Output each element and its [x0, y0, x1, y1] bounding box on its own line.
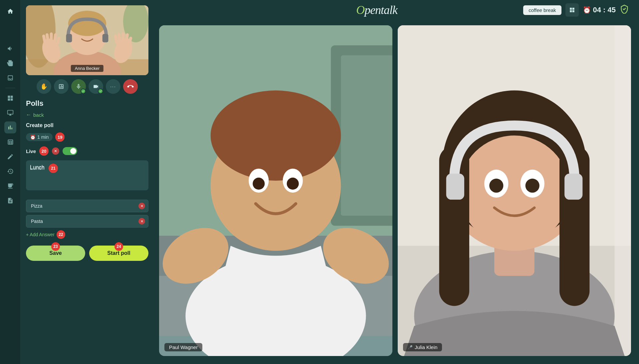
- sidebar-icon-home[interactable]: [4, 5, 16, 17]
- hand-raise-btn[interactable]: ✋: [37, 79, 51, 94]
- sidebar-icon-hand[interactable]: [4, 57, 16, 69]
- sidebar-icon-grid[interactable]: [4, 92, 16, 104]
- svg-line-14: [55, 35, 56, 41]
- step-badge-19: 19: [55, 132, 65, 142]
- paul-name-tag: Paul Wagner: [164, 343, 202, 351]
- timer-clock-icon: ⏰: [583, 6, 591, 14]
- save-button[interactable]: 23 Save: [26, 246, 85, 261]
- app-logo: Opentalk: [356, 3, 397, 17]
- timer-display: ⏰ 04 : 45: [583, 6, 616, 14]
- sidebar-divider-1: [5, 88, 15, 88]
- svg-line-16: [115, 36, 117, 42]
- svg-rect-59: [564, 174, 582, 200]
- live-label: Live: [26, 148, 36, 154]
- sidebar-icon-inbox[interactable]: [4, 72, 16, 84]
- hangup-btn[interactable]: [123, 79, 138, 94]
- svg-line-20: [129, 38, 131, 43]
- polls-title: Polls: [26, 99, 148, 108]
- answer-input-2[interactable]: [26, 215, 148, 228]
- svg-rect-48: [615, 25, 631, 356]
- svg-line-19: [126, 35, 127, 41]
- live-toggle[interactable]: [63, 147, 77, 155]
- svg-line-17: [119, 35, 120, 41]
- question-input[interactable]: [26, 160, 148, 190]
- action-buttons: 23 Save 24 Start poll: [26, 246, 148, 261]
- sidebar-icon-notes[interactable]: [4, 195, 16, 207]
- timer-value: 1 min: [37, 134, 49, 140]
- svg-rect-24: [341, 55, 392, 216]
- polls-panel: Polls ← back Create poll ⏰ 1 min 19 Live…: [26, 99, 148, 359]
- svg-point-63: [526, 179, 539, 193]
- sidebar: [0, 0, 21, 364]
- create-poll-label: Create poll: [26, 122, 148, 128]
- back-label: back: [33, 112, 44, 118]
- start-poll-button[interactable]: 24 Start poll: [89, 246, 148, 261]
- shield-icon: [620, 4, 629, 16]
- more-btn[interactable]: ···: [106, 79, 120, 94]
- svg-line-15: [58, 38, 59, 43]
- step-badge-23: 23: [51, 242, 60, 251]
- mic-btn[interactable]: [71, 79, 86, 94]
- svg-point-43: [287, 178, 299, 190]
- sidebar-icon-edit[interactable]: [4, 151, 16, 163]
- svg-rect-7: [66, 34, 72, 42]
- top-bar: Opentalk coffee break ⏰ 04 : 45: [154, 0, 639, 20]
- top-bar-center: Opentalk: [356, 3, 397, 17]
- svg-line-11: [44, 36, 45, 42]
- svg-point-39: [211, 91, 341, 181]
- svg-point-55: [459, 135, 569, 246]
- mic-indicator: [81, 89, 86, 94]
- step-badge-24: 24: [114, 242, 123, 251]
- svg-point-62: [489, 179, 503, 193]
- sidebar-icon-history[interactable]: [4, 165, 16, 177]
- add-answer-label: + Add Answer: [26, 232, 55, 237]
- main-content: Opentalk coffee break ⏰ 04 : 45: [154, 0, 639, 364]
- answer-clear-2[interactable]: ✕: [138, 218, 145, 225]
- live-row: Live 20 ✕: [26, 146, 148, 156]
- sidebar-icon-table[interactable]: [4, 136, 16, 148]
- answer-wrap-1: ✕: [26, 200, 148, 212]
- left-panel: Anna Becker ✋ ··· Polls ← back: [21, 0, 154, 364]
- video-card-paul: Paul Wagner: [159, 25, 392, 356]
- sidebar-icon-chart[interactable]: [4, 121, 16, 133]
- camera-btn[interactable]: [89, 79, 103, 94]
- timer-badge[interactable]: ⏰ 1 min: [26, 133, 53, 141]
- sidebar-icon-monitor[interactable]: [4, 107, 16, 119]
- julia-name-tag: 🎤 Julia Klein: [403, 343, 442, 351]
- back-arrow-icon: ←: [26, 112, 31, 118]
- coffee-break-badge[interactable]: coffee break: [523, 5, 561, 15]
- video-grid: Paul Wagner: [154, 20, 639, 364]
- video-card-julia: 🎤 Julia Klein: [398, 25, 631, 356]
- back-link[interactable]: ← back: [26, 112, 148, 118]
- self-video-name: Anna Becker: [71, 65, 104, 72]
- answer-input-1[interactable]: [26, 200, 148, 212]
- timer-row: ⏰ 1 min 19: [26, 132, 148, 142]
- step-badge-22: 22: [57, 230, 65, 239]
- svg-line-12: [47, 35, 48, 41]
- presentation-btn[interactable]: [54, 79, 69, 94]
- self-video-preview: Anna Becker: [26, 5, 148, 75]
- grid-view-btn[interactable]: [565, 3, 579, 17]
- sidebar-icon-volume[interactable]: [4, 43, 16, 55]
- answer-wrap-2: ✕: [26, 215, 148, 228]
- svg-rect-8: [103, 34, 108, 42]
- clock-icon: ⏰: [30, 134, 36, 140]
- julia-mic-icon: 🎤: [408, 345, 413, 350]
- sidebar-icon-coffee[interactable]: [4, 180, 16, 192]
- svg-point-42: [253, 178, 265, 190]
- add-answer-row[interactable]: + Add Answer 22: [26, 230, 148, 239]
- live-close-btn[interactable]: ✕: [52, 147, 59, 155]
- timer-value-display: 04 : 45: [593, 6, 616, 14]
- toggle-knob: [70, 148, 76, 154]
- svg-rect-58: [446, 174, 464, 200]
- top-bar-right: coffee break ⏰ 04 : 45: [523, 3, 629, 17]
- answer-clear-1[interactable]: ✕: [138, 203, 145, 209]
- video-controls: ✋ ···: [26, 79, 148, 94]
- step-badge-20: 20: [39, 146, 49, 156]
